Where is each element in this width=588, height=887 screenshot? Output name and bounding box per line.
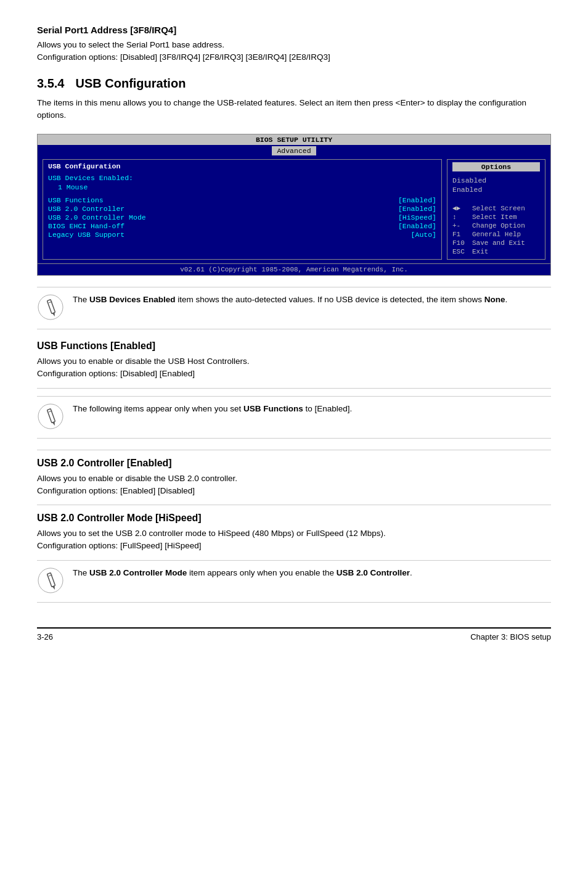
note-icon-3	[37, 567, 64, 596]
bios-devices-label: USB Devices Enabled:	[48, 174, 436, 182]
footer-right: Chapter 3: BIOS setup	[470, 632, 551, 642]
usb-functions-title: USB Functions [Enabled]	[37, 340, 551, 352]
usb-config-main-section: 3.5.4USB Configuration The items in this…	[37, 76, 551, 122]
bios-right-panel: Options DisabledEnabled ◄►Select Screen↕…	[447, 159, 545, 260]
bios-legend-row: F10Save and Exit	[452, 239, 540, 247]
bios-option: Enabled	[452, 186, 540, 194]
bios-legend-row: ↕Select Item	[452, 213, 540, 221]
bios-row: USB 2.0 Controller Mode[HiSpeed]	[48, 213, 436, 221]
bios-content: USB Configuration USB Devices Enabled: 1…	[38, 155, 550, 263]
bios-row: USB Functions[Enabled]	[48, 196, 436, 204]
bios-devices-value: 1 Mouse	[58, 183, 436, 191]
usb-controller-section: USB 2.0 Controller [Enabled] Allows you …	[37, 458, 551, 498]
bios-row: Legacy USB Support[Auto]	[48, 231, 436, 239]
svg-marker-6	[52, 421, 56, 426]
serial-port-desc: Allows you to select the Serial Port1 ba…	[37, 39, 551, 64]
usb-controller-mode-title: USB 2.0 Controller Mode [HiSpeed]	[37, 513, 551, 524]
bios-legend-row: ESCExit	[452, 248, 540, 255]
bios-row: BIOS EHCI Hand-off[Enabled]	[48, 222, 436, 230]
bios-option: Disabled	[452, 176, 540, 184]
divider-2	[37, 450, 551, 450]
note-text-3: The USB 2.0 Controller Mode item appears…	[73, 567, 412, 579]
bios-setup-box: BIOS SETUP UTILITY Advanced USB Configur…	[37, 134, 551, 276]
page-footer: 3-26 Chapter 3: BIOS setup	[37, 627, 551, 642]
bios-tab-bar: Advanced	[38, 145, 550, 155]
usb-functions-desc: Allows you to enable or disable the USB …	[37, 355, 551, 381]
svg-point-0	[38, 295, 63, 320]
bios-legend: ◄►Select Screen↕Select Item+-Change Opti…	[452, 195, 540, 257]
svg-point-4	[38, 404, 63, 429]
bios-legend-row: +-Change Option	[452, 222, 540, 229]
bios-rows: USB Functions[Enabled]USB 2.0 Controller…	[48, 196, 436, 239]
note-box-1: The USB Devices Enabled item shows the a…	[37, 287, 551, 329]
svg-marker-10	[52, 585, 56, 590]
bios-row: USB 2.0 Controller[Enabled]	[48, 205, 436, 213]
note-text-2: The following items appear only when you…	[73, 403, 352, 415]
bios-legend-row: F1General Help	[452, 231, 540, 238]
usb-controller-mode-desc: Allows you to set the USB 2.0 controller…	[37, 527, 551, 553]
divider-1	[37, 388, 551, 389]
bios-left-panel: USB Configuration USB Devices Enabled: 1…	[43, 159, 442, 260]
usb-controller-desc: Allows you to enable or disable the USB …	[37, 472, 551, 498]
bios-footer: v02.61 (C)Copyright 1985-2008, American …	[38, 263, 550, 275]
usb-config-heading: 3.5.4USB Configuration	[37, 76, 551, 91]
bios-tab-advanced[interactable]: Advanced	[272, 146, 316, 155]
bios-legend-row: ◄►Select Screen	[452, 205, 540, 212]
svg-point-8	[38, 568, 63, 593]
svg-marker-2	[52, 313, 56, 317]
note-icon-2	[37, 403, 64, 432]
usb-config-intro: The items in this menu allows you to cha…	[37, 97, 551, 122]
note-box-2: The following items appear only when you…	[37, 396, 551, 439]
divider-3	[37, 505, 551, 505]
bios-options-list: DisabledEnabled	[452, 176, 540, 195]
bios-usb-heading: USB Configuration	[48, 162, 436, 170]
serial-port-title: Serial Port1 Address [3F8/IRQ4]	[37, 25, 551, 35]
note-box-3: The USB 2.0 Controller Mode item appears…	[37, 560, 551, 603]
bios-title: BIOS SETUP UTILITY	[38, 134, 550, 145]
note-text-1: The USB Devices Enabled item shows the a…	[73, 294, 507, 306]
footer-left: 3-26	[37, 632, 53, 642]
note-icon-1	[37, 294, 64, 323]
usb-controller-mode-section: USB 2.0 Controller Mode [HiSpeed] Allows…	[37, 513, 551, 553]
serial-port-section: Serial Port1 Address [3F8/IRQ4] Allows y…	[37, 25, 551, 64]
usb-controller-title: USB 2.0 Controller [Enabled]	[37, 458, 551, 469]
bios-options-title: Options	[452, 162, 540, 171]
usb-functions-section: USB Functions [Enabled] Allows you to en…	[37, 340, 551, 381]
